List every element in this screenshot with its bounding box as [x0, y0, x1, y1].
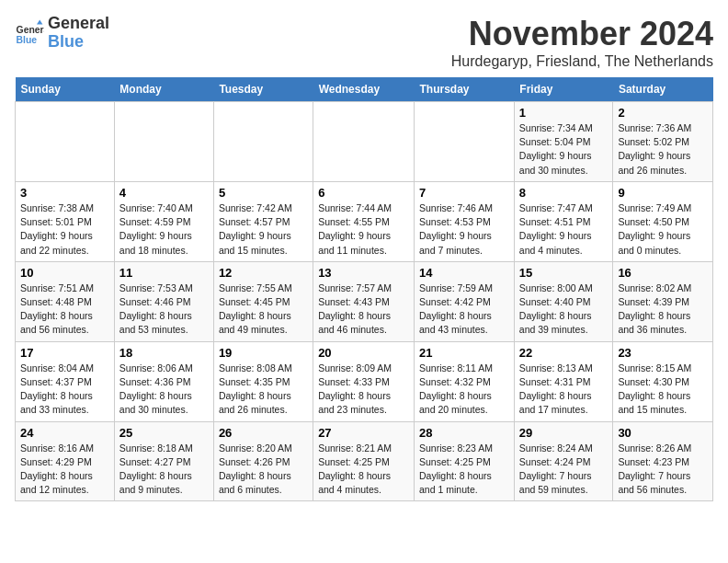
day-info: Sunrise: 8:04 AM Sunset: 4:37 PM Dayligh…: [20, 362, 109, 418]
weekday-header: Friday: [514, 77, 613, 102]
month-title: November 2024: [451, 15, 713, 53]
calendar-cell: 19Sunrise: 8:08 AM Sunset: 4:35 PM Dayli…: [213, 341, 313, 421]
logo: General Blue General Blue: [15, 15, 109, 52]
weekday-header: Saturday: [613, 77, 713, 102]
calendar-week-row: 3Sunrise: 7:38 AM Sunset: 5:01 PM Daylig…: [16, 181, 713, 261]
calendar-week-row: 24Sunrise: 8:16 AM Sunset: 4:29 PM Dayli…: [16, 421, 713, 501]
day-info: Sunrise: 7:57 AM Sunset: 4:43 PM Dayligh…: [318, 282, 409, 338]
calendar-cell: 3Sunrise: 7:38 AM Sunset: 5:01 PM Daylig…: [16, 181, 115, 261]
day-number: 27: [318, 426, 409, 440]
day-info: Sunrise: 8:26 AM Sunset: 4:23 PM Dayligh…: [618, 442, 708, 498]
day-info: Sunrise: 8:00 AM Sunset: 4:40 PM Dayligh…: [519, 282, 609, 338]
calendar-cell: 20Sunrise: 8:09 AM Sunset: 4:33 PM Dayli…: [313, 341, 415, 421]
day-number: 26: [219, 426, 308, 440]
day-info: Sunrise: 8:21 AM Sunset: 4:25 PM Dayligh…: [318, 442, 409, 498]
day-info: Sunrise: 7:47 AM Sunset: 4:51 PM Dayligh…: [519, 201, 609, 258]
day-number: 8: [519, 186, 609, 200]
logo-icon: General Blue: [15, 18, 44, 48]
day-number: 19: [219, 346, 308, 360]
calendar-cell: 18Sunrise: 8:06 AM Sunset: 4:36 PM Dayli…: [114, 341, 213, 421]
day-info: Sunrise: 7:55 AM Sunset: 4:45 PM Dayligh…: [219, 282, 308, 338]
day-number: 1: [519, 106, 609, 120]
calendar-cell: [313, 102, 415, 182]
calendar-cell: 10Sunrise: 7:51 AM Sunset: 4:48 PM Dayli…: [16, 261, 115, 341]
day-info: Sunrise: 8:23 AM Sunset: 4:25 PM Dayligh…: [419, 442, 509, 498]
day-info: Sunrise: 8:20 AM Sunset: 4:26 PM Dayligh…: [219, 442, 308, 498]
day-info: Sunrise: 7:51 AM Sunset: 4:48 PM Dayligh…: [20, 282, 109, 338]
day-info: Sunrise: 8:06 AM Sunset: 4:36 PM Dayligh…: [119, 362, 209, 418]
calendar-cell: 7Sunrise: 7:46 AM Sunset: 4:53 PM Daylig…: [415, 181, 515, 261]
day-number: 16: [618, 266, 708, 280]
calendar-cell: 14Sunrise: 7:59 AM Sunset: 4:42 PM Dayli…: [415, 261, 515, 341]
calendar-cell: 28Sunrise: 8:23 AM Sunset: 4:25 PM Dayli…: [415, 421, 515, 501]
calendar-cell: 16Sunrise: 8:02 AM Sunset: 4:39 PM Dayli…: [613, 261, 713, 341]
day-info: Sunrise: 8:13 AM Sunset: 4:31 PM Dayligh…: [519, 362, 609, 418]
day-number: 29: [519, 426, 609, 440]
day-info: Sunrise: 7:46 AM Sunset: 4:53 PM Dayligh…: [419, 201, 509, 258]
day-info: Sunrise: 8:08 AM Sunset: 4:35 PM Dayligh…: [219, 362, 308, 418]
calendar-cell: 24Sunrise: 8:16 AM Sunset: 4:29 PM Dayli…: [16, 421, 115, 501]
day-number: 30: [618, 426, 708, 440]
day-number: 3: [20, 186, 109, 200]
day-info: Sunrise: 8:24 AM Sunset: 4:24 PM Dayligh…: [519, 442, 609, 498]
calendar-cell: [213, 102, 313, 182]
day-number: 22: [519, 346, 609, 360]
svg-marker-2: [37, 19, 42, 24]
calendar-cell: 25Sunrise: 8:18 AM Sunset: 4:27 PM Dayli…: [114, 421, 213, 501]
calendar-cell: 21Sunrise: 8:11 AM Sunset: 4:32 PM Dayli…: [415, 341, 515, 421]
day-number: 25: [119, 426, 209, 440]
day-number: 6: [318, 186, 409, 200]
calendar-cell: 15Sunrise: 8:00 AM Sunset: 4:40 PM Dayli…: [514, 261, 613, 341]
title-block: November 2024 Hurdegaryp, Friesland, The…: [451, 15, 713, 70]
day-info: Sunrise: 7:42 AM Sunset: 4:57 PM Dayligh…: [219, 201, 308, 258]
day-number: 11: [119, 266, 209, 280]
calendar-cell: 27Sunrise: 8:21 AM Sunset: 4:25 PM Dayli…: [313, 421, 415, 501]
calendar-cell: 1Sunrise: 7:34 AM Sunset: 5:04 PM Daylig…: [514, 102, 613, 182]
calendar-cell: 13Sunrise: 7:57 AM Sunset: 4:43 PM Dayli…: [313, 261, 415, 341]
calendar-cell: 4Sunrise: 7:40 AM Sunset: 4:59 PM Daylig…: [114, 181, 213, 261]
weekday-header: Wednesday: [313, 77, 415, 102]
calendar-cell: 12Sunrise: 7:55 AM Sunset: 4:45 PM Dayli…: [213, 261, 313, 341]
calendar-cell: 11Sunrise: 7:53 AM Sunset: 4:46 PM Dayli…: [114, 261, 213, 341]
day-info: Sunrise: 7:44 AM Sunset: 4:55 PM Dayligh…: [318, 201, 409, 258]
calendar-table: SundayMondayTuesdayWednesdayThursdayFrid…: [15, 77, 713, 501]
day-info: Sunrise: 7:49 AM Sunset: 4:50 PM Dayligh…: [618, 201, 708, 258]
calendar-week-row: 17Sunrise: 8:04 AM Sunset: 4:37 PM Dayli…: [16, 341, 713, 421]
day-number: 23: [618, 346, 708, 360]
weekday-header: Thursday: [415, 77, 515, 102]
day-number: 15: [519, 266, 609, 280]
day-number: 12: [219, 266, 308, 280]
calendar-cell: 6Sunrise: 7:44 AM Sunset: 4:55 PM Daylig…: [313, 181, 415, 261]
day-number: 5: [219, 186, 308, 200]
day-info: Sunrise: 7:38 AM Sunset: 5:01 PM Dayligh…: [20, 201, 109, 258]
day-number: 17: [20, 346, 109, 360]
day-info: Sunrise: 8:09 AM Sunset: 4:33 PM Dayligh…: [318, 362, 409, 418]
calendar-cell: 29Sunrise: 8:24 AM Sunset: 4:24 PM Dayli…: [514, 421, 613, 501]
calendar-cell: 26Sunrise: 8:20 AM Sunset: 4:26 PM Dayli…: [213, 421, 313, 501]
svg-text:Blue: Blue: [17, 35, 38, 45]
day-info: Sunrise: 8:11 AM Sunset: 4:32 PM Dayligh…: [419, 362, 509, 418]
day-number: 28: [419, 426, 509, 440]
calendar-cell: 17Sunrise: 8:04 AM Sunset: 4:37 PM Dayli…: [16, 341, 115, 421]
day-number: 7: [419, 186, 509, 200]
logo-text: General Blue: [48, 15, 109, 52]
calendar-header-row: SundayMondayTuesdayWednesdayThursdayFrid…: [16, 77, 713, 102]
day-info: Sunrise: 7:59 AM Sunset: 4:42 PM Dayligh…: [419, 282, 509, 338]
calendar-cell: 8Sunrise: 7:47 AM Sunset: 4:51 PM Daylig…: [514, 181, 613, 261]
calendar-cell: 23Sunrise: 8:15 AM Sunset: 4:30 PM Dayli…: [613, 341, 713, 421]
calendar-cell: 2Sunrise: 7:36 AM Sunset: 5:02 PM Daylig…: [613, 102, 713, 182]
calendar-cell: [114, 102, 213, 182]
calendar-cell: [415, 102, 515, 182]
weekday-header: Monday: [114, 77, 213, 102]
day-info: Sunrise: 8:02 AM Sunset: 4:39 PM Dayligh…: [618, 282, 708, 338]
day-number: 18: [119, 346, 209, 360]
calendar-cell: 5Sunrise: 7:42 AM Sunset: 4:57 PM Daylig…: [213, 181, 313, 261]
calendar-cell: [16, 102, 115, 182]
day-info: Sunrise: 7:40 AM Sunset: 4:59 PM Dayligh…: [119, 201, 209, 258]
calendar-week-row: 10Sunrise: 7:51 AM Sunset: 4:48 PM Dayli…: [16, 261, 713, 341]
svg-text:General: General: [17, 25, 44, 35]
day-number: 10: [20, 266, 109, 280]
calendar-cell: 30Sunrise: 8:26 AM Sunset: 4:23 PM Dayli…: [613, 421, 713, 501]
day-info: Sunrise: 7:36 AM Sunset: 5:02 PM Dayligh…: [618, 121, 708, 178]
day-info: Sunrise: 8:18 AM Sunset: 4:27 PM Dayligh…: [119, 442, 209, 498]
